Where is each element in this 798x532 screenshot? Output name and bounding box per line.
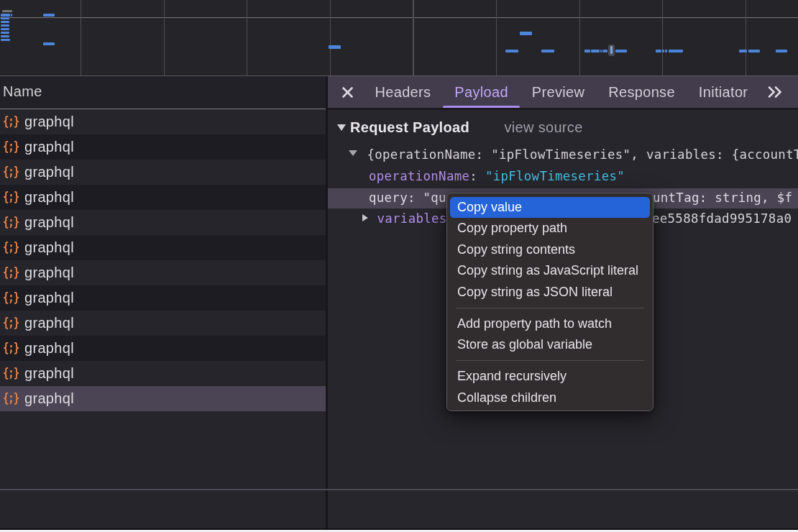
- overview-request-bar: [656, 50, 661, 53]
- overview-request-bar: [776, 50, 788, 53]
- variables-expand-arrow-icon[interactable]: [362, 214, 368, 221]
- request-name-label: graphql: [24, 265, 74, 281]
- payload-query-row-left[interactable]: query: "qu: [369, 189, 446, 206]
- overview-request-bar: [584, 50, 590, 53]
- json-braces-icon: {;}: [3, 315, 15, 330]
- request-name-label: graphql: [24, 315, 74, 331]
- property-value-string: "ipFlowTimeseries": [485, 169, 625, 183]
- tree-expand-arrow-icon[interactable]: [349, 150, 357, 156]
- section-collapse-arrow-icon[interactable]: [337, 124, 346, 131]
- overview-request-bar: [748, 50, 760, 53]
- request-row[interactable]: {;}graphql: [0, 386, 326, 411]
- request-row[interactable]: {;}graphql: [0, 260, 326, 285]
- menu-item-collapse-children[interactable]: Collapse children: [447, 387, 653, 408]
- overview-request-bar: [1, 35, 10, 37]
- request-row[interactable]: {;}graphql: [0, 109, 326, 134]
- overview-gridline: [746, 0, 746, 75]
- menu-item-store-as-global-variable[interactable]: Store as global variable: [447, 334, 653, 355]
- request-row[interactable]: {;}graphql: [0, 285, 326, 311]
- menu-item-add-property-path-to-watch[interactable]: Add property path to watch: [447, 313, 653, 334]
- overview-request-bar: [1, 32, 10, 34]
- menu-separator: [456, 360, 644, 361]
- overview-request-bar: [739, 50, 748, 53]
- devtools-network-panel: Name {;}graphql{;}graphql{;}graphql{;}gr…: [0, 0, 798, 532]
- request-name-label: graphql: [24, 390, 74, 407]
- request-name-label: graphql: [24, 164, 74, 180]
- json-braces-icon: {;}: [3, 265, 15, 280]
- request-name-label: graphql: [24, 290, 74, 306]
- request-row[interactable]: {;}graphql: [0, 210, 326, 235]
- overview-gridline: [164, 0, 165, 75]
- overview-request-bar: [1, 21, 10, 23]
- overview-request-bar: [11, 14, 12, 16]
- menu-separator: [456, 308, 644, 308]
- payload-operation-name-row[interactable]: operationName: "ipFlowTimeseries": [369, 168, 625, 185]
- payload-query-row-right: untTag: string, $f: [653, 189, 792, 206]
- menu-item-expand-recursively[interactable]: Expand recursively: [447, 366, 653, 387]
- json-braces-icon: {;}: [3, 239, 15, 254]
- network-overview-timeline[interactable]: [0, 0, 798, 76]
- overview-request-bar: [2, 10, 12, 12]
- name-column-header[interactable]: Name: [0, 76, 326, 109]
- request-row[interactable]: {;}graphql: [0, 185, 326, 210]
- overview-gridline: [579, 0, 580, 75]
- overview-request-bar: [520, 32, 532, 35]
- property-key: variables: [377, 211, 447, 226]
- request-row[interactable]: {;}graphql: [0, 336, 326, 361]
- overview-request-bar: [662, 50, 664, 53]
- json-braces-icon: {;}: [3, 290, 15, 305]
- json-braces-icon: {;}: [3, 139, 15, 154]
- overview-gridline: [81, 0, 81, 75]
- request-row[interactable]: {;}graphql: [0, 160, 326, 185]
- json-braces-icon: {;}: [3, 214, 15, 229]
- json-braces-icon: {;}: [3, 114, 15, 129]
- overview-request-bar: [1, 39, 10, 41]
- overview-request-bar: [329, 45, 341, 49]
- request-name-label: graphql: [24, 239, 74, 256]
- payload-root-preview[interactable]: {operationName: "ipFlowTimeseries", vari…: [367, 146, 798, 163]
- view-source-link[interactable]: view source: [505, 119, 583, 137]
- menu-item-copy-string-contents[interactable]: Copy string contents: [447, 239, 653, 260]
- json-braces-icon: {;}: [3, 340, 15, 355]
- overview-gridline: [413, 0, 413, 75]
- menu-item-copy-property-path[interactable]: Copy property path: [447, 218, 653, 239]
- overview-request-bar: [541, 50, 555, 53]
- request-name-label: graphql: [24, 139, 74, 155]
- overview-selected-marker-line: [610, 46, 613, 55]
- overview-request-bar: [600, 50, 602, 53]
- request-row[interactable]: {;}graphql: [0, 235, 326, 260]
- menu-item-copy-value[interactable]: Copy value: [450, 197, 650, 218]
- json-braces-icon: {;}: [3, 365, 15, 380]
- json-braces-icon: {;}: [3, 390, 15, 405]
- overview-request-bar: [604, 50, 607, 53]
- overview-request-bar: [1, 14, 10, 16]
- overview-request-bar: [1, 28, 10, 30]
- payload-variables-row-left[interactable]: variables: [377, 210, 447, 227]
- json-braces-icon: {;}: [3, 189, 15, 204]
- menu-item-copy-string-as-json-literal[interactable]: Copy string as JSON literal: [447, 282, 653, 303]
- payload-variables-row-right: ee5588fdad995178a0: [652, 210, 792, 227]
- request-row[interactable]: {;}graphql: [0, 361, 326, 386]
- json-braces-icon: {;}: [3, 164, 15, 179]
- overview-request-bar: [1, 24, 10, 27]
- requests-table: Name {;}graphql{;}graphql{;}graphql{;}gr…: [0, 76, 326, 528]
- overview-gridline: [330, 0, 331, 75]
- request-name-label: graphql: [24, 365, 74, 382]
- menu-item-copy-string-as-javascript-literal[interactable]: Copy string as JavaScript literal: [447, 260, 653, 281]
- overview-request-bar: [505, 50, 518, 53]
- overview-request-bar: [591, 50, 600, 53]
- summary-bar-divider: [0, 489, 798, 490]
- overview-request-bar: [669, 50, 684, 53]
- overview-request-bar: [665, 50, 667, 53]
- overview-request-bar: [1, 17, 10, 19]
- request-row[interactable]: {;}graphql: [0, 311, 326, 336]
- request-row[interactable]: {;}graphql: [0, 134, 326, 160]
- context-menu: Copy valueCopy property pathCopy string …: [446, 193, 654, 412]
- overview-request-bar: [43, 42, 55, 45]
- request-name-label: graphql: [24, 114, 74, 130]
- request-name-label: graphql: [24, 189, 74, 206]
- overview-request-bar: [615, 50, 627, 53]
- overview-gridline: [662, 0, 663, 75]
- request-payload-section-title: Request Payload: [350, 119, 469, 137]
- request-name-label: graphql: [24, 214, 74, 231]
